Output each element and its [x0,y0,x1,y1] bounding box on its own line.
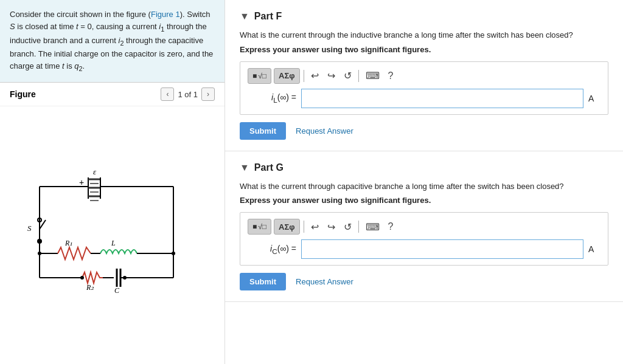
part-g-math-button[interactable]: AΣφ [274,219,300,235]
left-panel: Consider the circuit shown in the figure… [0,0,225,364]
part-f-sqrt-button[interactable]: ■ √□ [248,68,271,84]
toolbar-sep-g-1 [304,221,304,233]
part-g-sqrt-button[interactable]: ■ √□ [248,219,271,235]
part-f-question: What is the current through the inductiv… [240,29,608,41]
svg-text:S: S [27,224,32,233]
svg-point-35 [80,276,84,280]
part-g-title: Part G [254,162,284,173]
figure-header: Figure ‹ 1 of 1 › [0,83,224,106]
part-g-reset-button[interactable]: ↺ [341,220,355,234]
figure-count: 1 of 1 [178,90,198,99]
part-f-toolbar: ■ √□ AΣφ ↩ ↪ ↺ ⌨ ? [248,68,600,84]
part-g-question: What is the current through capacitive b… [240,180,608,193]
part-g-answer-box: ■ √□ AΣφ ↩ ↪ ↺ ⌨ ? iC(∞) = A [240,212,608,266]
part-f-action-row: Submit Request Answer [240,122,608,140]
svg-text:C: C [114,286,120,295]
toolbar-sep-1 [304,70,304,82]
part-f-section: ▼ Part F What is the current through the… [225,0,623,151]
part-f-undo-button[interactable]: ↩ [308,69,322,83]
figure-link[interactable]: Figure 1 [151,10,180,19]
prev-figure-button[interactable]: ‹ [161,88,174,101]
part-g-collapse-arrow[interactable]: ▼ [240,162,249,173]
part-f-answer-input[interactable] [301,89,583,108]
part-f-math-button[interactable]: AΣφ [274,68,300,84]
part-g-help-button[interactable]: ? [385,220,397,233]
svg-text:ε: ε [93,167,97,176]
part-f-submit-button[interactable]: Submit [240,122,286,140]
part-f-request-link[interactable]: Request Answer [296,126,353,136]
part-f-redo-button[interactable]: ↪ [324,69,338,83]
part-f-eq-label: iL(∞) = [248,92,296,104]
part-f-unit: A [588,94,600,103]
part-g-keyboard-button[interactable]: ⌨ [363,220,383,234]
part-f-help-button[interactable]: ? [385,69,397,83]
part-g-submit-button[interactable]: Submit [240,273,286,290]
svg-text:R₂: R₂ [86,283,94,292]
part-g-action-row: Submit Request Answer [240,273,608,290]
part-f-header: ▼ Part F [240,11,608,22]
part-f-reset-button[interactable]: ↺ [341,69,355,83]
svg-point-33 [38,252,41,255]
toolbar-sep-g-2 [358,221,359,233]
part-g-redo-button[interactable]: ↪ [324,220,338,234]
part-f-collapse-arrow[interactable]: ▼ [240,11,249,22]
figure-nav: ‹ 1 of 1 › [161,88,215,101]
part-f-keyboard-button[interactable]: ⌨ [363,69,383,83]
toolbar-sep-2 [358,70,359,82]
part-g-undo-button[interactable]: ↩ [308,220,322,234]
part-f-title: Part F [254,11,282,22]
part-g-instruction: Express your answer using two significan… [240,196,608,205]
svg-point-34 [172,252,175,255]
problem-text-box: Consider the circuit shown in the figure… [0,0,224,83]
part-g-eq-label: iC(∞) = [248,244,296,255]
part-f-instruction: Express your answer using two significan… [240,45,608,54]
sqrt-icon-g: ■ [252,222,257,231]
part-f-answer-box: ■ √□ AΣφ ↩ ↪ ↺ ⌨ ? iL(∞) = A [240,61,608,115]
svg-text:+: + [79,177,84,187]
circuit-diagram: + ε [0,106,224,364]
part-g-input-row: iC(∞) = A [248,239,600,259]
part-f-input-row: iL(∞) = A [248,89,600,108]
part-g-header: ▼ Part G [240,162,608,173]
figure-title: Figure [10,89,36,99]
part-g-toolbar: ■ √□ AΣφ ↩ ↪ ↺ ⌨ ? [248,219,600,235]
part-g-section: ▼ Part G What is the current through cap… [225,151,623,303]
sqrt-icon: ■ [252,72,257,80]
svg-text:L: L [111,239,116,247]
svg-point-36 [123,276,127,280]
circuit-svg: + ε [21,162,204,308]
part-g-request-link[interactable]: Request Answer [296,277,353,286]
part-g-unit: A [588,244,600,254]
next-figure-button[interactable]: › [201,88,215,101]
part-g-answer-input[interactable] [301,239,583,259]
svg-text:R₁: R₁ [64,239,72,247]
right-panel: ▼ Part F What is the current through the… [225,0,623,364]
figure-area: Figure ‹ 1 of 1 › + [0,83,224,364]
